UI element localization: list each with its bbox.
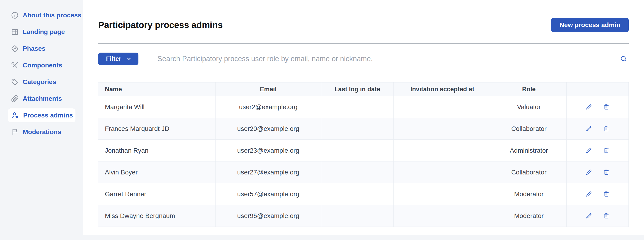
flag-icon <box>11 128 19 136</box>
column-header-email: Email <box>215 83 321 96</box>
main-content: Participatory process admins New process… <box>83 0 644 235</box>
table-row: Miss Dwayne Bergnaum user95@example.org … <box>98 205 629 227</box>
cell-role: Collaborator <box>491 118 567 140</box>
cell-last-login <box>321 96 394 118</box>
sidebar-item-label: About this process <box>23 12 82 19</box>
table-row: Frances Marquardt JD user20@example.org … <box>98 118 629 140</box>
edit-button[interactable] <box>584 124 594 133</box>
trash-icon <box>603 147 610 154</box>
column-header-invitation: Invitation accepted at <box>394 83 491 96</box>
cell-invitation-accepted <box>394 118 491 140</box>
cell-actions <box>567 161 629 183</box>
table-row: Jonathan Ryan user23@example.org Adminis… <box>98 140 629 161</box>
table-body: Margarita Will user2@example.org Valuato… <box>98 96 629 227</box>
cell-email: user2@example.org <box>215 96 321 118</box>
trash-icon <box>603 190 610 198</box>
pencil-icon <box>585 125 592 132</box>
cell-actions <box>567 96 629 118</box>
new-process-admin-button[interactable]: New process admin <box>551 18 629 32</box>
trash-icon <box>603 212 610 219</box>
cell-invitation-accepted <box>394 183 491 205</box>
cell-invitation-accepted <box>394 140 491 161</box>
delete-button[interactable] <box>602 124 611 133</box>
cell-invitation-accepted <box>394 161 491 183</box>
chevron-down-icon <box>126 56 132 62</box>
cell-name: Jonathan Ryan <box>98 140 216 161</box>
sidebar-item-label: Process admins <box>23 112 73 119</box>
edit-button[interactable] <box>584 146 594 155</box>
cell-role: Moderator <box>491 183 567 205</box>
cell-last-login <box>321 140 394 161</box>
delete-button[interactable] <box>602 168 611 177</box>
header-divider <box>98 43 629 44</box>
edit-button[interactable] <box>584 168 594 177</box>
filter-search-bar: Filter <box>98 53 629 65</box>
cell-email: user20@example.org <box>215 118 321 140</box>
page-title: Participatory process admins <box>98 20 223 30</box>
delete-button[interactable] <box>602 211 611 220</box>
cell-invitation-accepted <box>394 96 491 118</box>
cell-last-login <box>321 118 394 140</box>
delete-button[interactable] <box>602 146 611 155</box>
process-admins-table: Name Email Last log in date Invitation a… <box>98 82 629 227</box>
table-header: Name Email Last log in date Invitation a… <box>98 83 629 96</box>
cell-email: user57@example.org <box>215 183 321 205</box>
cell-role: Valuator <box>491 96 567 118</box>
delete-button[interactable] <box>602 189 611 199</box>
column-header-last-login: Last log in date <box>321 83 394 96</box>
table-row: Garret Renner user57@example.org Moderat… <box>98 183 629 205</box>
cell-role: Collaborator <box>491 161 567 183</box>
edit-button[interactable] <box>584 211 594 220</box>
sidebar-item-categories[interactable]: Categories <box>0 74 83 90</box>
sidebar-item-attachments[interactable]: Attachments <box>0 90 83 107</box>
delete-button[interactable] <box>602 102 611 112</box>
cell-actions <box>567 118 629 140</box>
trash-icon <box>603 103 610 111</box>
column-header-name: Name <box>98 83 216 96</box>
filter-button[interactable]: Filter <box>98 53 138 65</box>
cell-actions <box>567 205 629 227</box>
sidebar-item-moderations[interactable]: Moderations <box>0 124 83 140</box>
trash-icon <box>603 169 610 176</box>
filter-button-label: Filter <box>106 55 121 63</box>
sidebar-item-label: Components <box>23 62 62 69</box>
cell-email: user23@example.org <box>215 140 321 161</box>
edit-button[interactable] <box>584 102 594 112</box>
search-input[interactable] <box>157 55 616 63</box>
phases-diamond-icon <box>11 45 19 53</box>
sidebar-item-phases[interactable]: Phases <box>0 40 83 57</box>
search-icon <box>620 55 627 63</box>
page-header: Participatory process admins New process… <box>98 14 629 36</box>
info-icon <box>11 11 19 20</box>
trash-icon <box>603 125 610 132</box>
sidebar-item-label: Attachments <box>23 95 62 102</box>
sidebar-item-label: Moderations <box>23 128 61 136</box>
search-button[interactable] <box>618 54 629 64</box>
sidebar-item-about-this-process[interactable]: About this process <box>0 7 83 24</box>
column-header-role: Role <box>491 83 567 96</box>
sidebar-item-label: Categories <box>23 78 56 86</box>
user-settings-icon <box>11 111 20 120</box>
cell-last-login <box>321 161 394 183</box>
cell-last-login <box>321 183 394 205</box>
pencil-icon <box>585 169 592 176</box>
paperclip-icon <box>11 95 19 103</box>
tag-icon <box>11 78 19 86</box>
cell-name: Frances Marquardt JD <box>98 118 216 140</box>
cell-name: Margarita Will <box>98 96 216 118</box>
pencil-icon <box>585 103 592 111</box>
cell-invitation-accepted <box>394 205 491 227</box>
cell-last-login <box>321 205 394 227</box>
cell-role: Administrator <box>491 140 567 161</box>
sidebar-item-landing-page[interactable]: Landing page <box>0 24 83 40</box>
cell-name: Garret Renner <box>98 183 216 205</box>
cell-name: Alvin Boyer <box>98 161 216 183</box>
sidebar-item-components[interactable]: Components <box>0 57 83 74</box>
cell-name: Miss Dwayne Bergnaum <box>98 205 216 227</box>
sidebar-item-process-admins[interactable]: Process admins <box>8 108 76 122</box>
edit-button[interactable] <box>584 189 594 199</box>
sidebar-item-label: Landing page <box>23 28 65 36</box>
pencil-icon <box>585 212 592 219</box>
footer-strip <box>0 235 644 240</box>
cell-role: Moderator <box>491 205 567 227</box>
